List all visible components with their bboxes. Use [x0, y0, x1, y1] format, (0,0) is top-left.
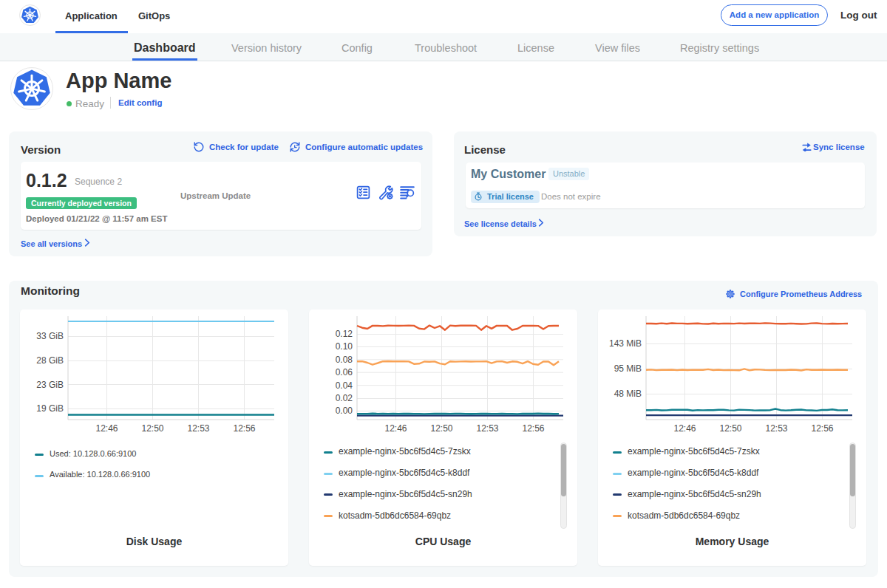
svg-text:12:56: 12:56 [522, 423, 544, 434]
svg-text:12:53: 12:53 [476, 423, 498, 434]
svg-text:12:46: 12:46 [384, 423, 407, 434]
svg-text:12:56: 12:56 [233, 423, 255, 434]
svg-text:0.08: 0.08 [336, 355, 353, 365]
svg-text:0.10: 0.10 [336, 341, 353, 352]
svg-text:0.02: 0.02 [336, 393, 353, 403]
svg-text:12:53: 12:53 [765, 423, 787, 434]
svg-text:0.06: 0.06 [336, 367, 353, 377]
svg-text:0.00: 0.00 [336, 406, 353, 416]
svg-text:23 GiB: 23 GiB [36, 380, 64, 390]
svg-text:12:46: 12:46 [95, 423, 118, 434]
svg-text:0.04: 0.04 [336, 380, 353, 391]
svg-text:28 GiB: 28 GiB [36, 355, 64, 366]
svg-text:12:46: 12:46 [673, 423, 696, 434]
svg-text:12:50: 12:50 [430, 423, 452, 434]
svg-text:19 GiB: 19 GiB [36, 403, 64, 414]
svg-text:12:50: 12:50 [719, 423, 741, 434]
svg-text:12:50: 12:50 [141, 423, 163, 434]
svg-text:48 MiB: 48 MiB [614, 389, 642, 399]
svg-text:12:53: 12:53 [187, 423, 209, 434]
svg-text:143 MiB: 143 MiB [609, 338, 642, 349]
svg-text:95 MiB: 95 MiB [614, 363, 642, 374]
svg-text:12:56: 12:56 [811, 423, 833, 434]
svg-text:0.12: 0.12 [336, 329, 353, 339]
svg-text:33 GiB: 33 GiB [36, 331, 64, 341]
